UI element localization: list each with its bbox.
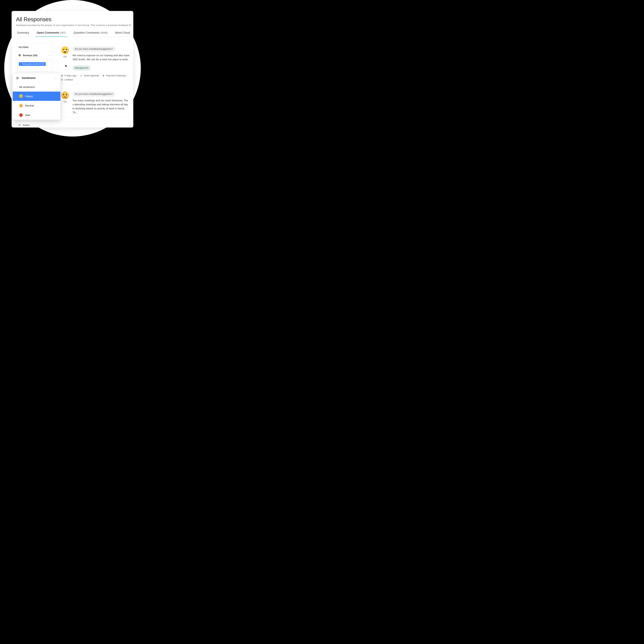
svg-point-8 bbox=[19, 125, 19, 125]
sentiment-option-label: Happy bbox=[25, 95, 33, 98]
tabs-bar: Summary Open Comments (401) Question Com… bbox=[12, 27, 133, 37]
comment-card: 0.0 Do you have a feedback/suggestion? T… bbox=[57, 88, 133, 117]
survey-chip[interactable]: × Tech pulse survey Q1'22 bbox=[19, 62, 46, 66]
filter-label: Surveys (16) bbox=[23, 54, 49, 57]
chevron-down-icon bbox=[55, 77, 57, 79]
svg-rect-1 bbox=[19, 55, 20, 55]
comment-meta: 5 days ago • Vivek Agarwal • Payment Gat… bbox=[61, 74, 130, 81]
sentiment-dropdown: Sentiment All sentiment Happy Neutral Sa… bbox=[13, 73, 61, 120]
happy-emoji-icon bbox=[19, 94, 23, 98]
meta-time: 5 days ago bbox=[65, 74, 77, 77]
sentiment-dropdown-title: Sentiment bbox=[22, 76, 55, 80]
svg-point-11 bbox=[81, 75, 82, 76]
tab-summary[interactable]: Summary bbox=[16, 31, 30, 37]
comment-sentiment: 0.0 bbox=[61, 91, 69, 115]
svg-point-9 bbox=[19, 126, 19, 126]
meta-extra: Untitled bbox=[65, 78, 73, 81]
list-icon bbox=[18, 124, 21, 126]
globe-icon bbox=[61, 79, 63, 81]
svg-rect-2 bbox=[19, 55, 20, 55]
sentiment-score: 0.0 bbox=[63, 100, 67, 103]
sentiment-dropdown-header[interactable]: Sentiment bbox=[13, 74, 60, 83]
person-icon bbox=[80, 74, 82, 77]
svg-point-7 bbox=[19, 124, 19, 125]
svg-rect-12 bbox=[103, 75, 104, 77]
filter-surveys[interactable]: Surveys (16) bbox=[16, 52, 53, 59]
filter-label: Action bbox=[23, 124, 49, 127]
comment-card: 0.8 Do you have a feedback/suggestion? W… bbox=[57, 43, 133, 84]
comments-column: 0.8 Do you have a feedback/suggestion? W… bbox=[57, 43, 133, 128]
happy-emoji-icon bbox=[61, 46, 69, 54]
tab-label: Word Cloud bbox=[115, 31, 130, 34]
sentiment-option-all[interactable]: All sentiment bbox=[13, 83, 60, 92]
sentiment-option-neutral[interactable]: Neutral bbox=[13, 101, 60, 110]
tab-open-comments[interactable]: Open Comments (401) bbox=[36, 31, 67, 37]
page-title: All Responses bbox=[12, 16, 133, 23]
comment-text: We need to improve on our training and a… bbox=[73, 53, 130, 61]
tab-label: Open Comments bbox=[37, 31, 59, 34]
survey-icon bbox=[18, 54, 21, 57]
meta-org: Payment Gateway bbox=[106, 74, 126, 77]
svg-point-23 bbox=[17, 78, 17, 78]
svg-rect-14 bbox=[104, 75, 104, 75]
sentiment-option-sad[interactable]: Sad bbox=[13, 110, 60, 120]
survey-chip-area[interactable]: × Tech pulse survey Q1'22 bbox=[17, 61, 52, 72]
tab-count: (401) bbox=[60, 31, 66, 34]
sentiment-option-happy[interactable]: Happy bbox=[13, 92, 60, 101]
comment-question: Do you have a feedback/suggestion? bbox=[73, 46, 115, 52]
comment-text: Too many meetings and too much hierarchy… bbox=[73, 99, 130, 115]
tab-question-comments[interactable]: Question Comments (4948) bbox=[73, 31, 109, 37]
comment-sentiment: 0.8 bbox=[61, 46, 69, 71]
tab-count: (4948) bbox=[100, 31, 108, 34]
svg-rect-13 bbox=[103, 75, 103, 75]
sentiment-option-label: All sentiment bbox=[19, 86, 35, 89]
building-icon bbox=[102, 74, 105, 77]
sentiment-score: 0.8 bbox=[63, 55, 67, 58]
tab-label: Question Comments bbox=[74, 31, 99, 34]
svg-point-24 bbox=[18, 78, 18, 78]
page-subtitle: Feedback provided by the people of your … bbox=[12, 23, 133, 27]
sentiment-option-label: Sad bbox=[25, 113, 30, 117]
smile-outline-icon bbox=[16, 77, 19, 79]
svg-rect-16 bbox=[104, 75, 104, 76]
meta-person: Vivek Agarwal bbox=[84, 74, 99, 77]
chevron-right-icon bbox=[49, 124, 51, 126]
sentiment-option-label: Neutral bbox=[25, 104, 34, 107]
sad-emoji-icon bbox=[61, 91, 69, 99]
tab-word-cloud[interactable]: Word Cloud bbox=[114, 31, 131, 37]
svg-point-22 bbox=[16, 77, 19, 79]
filters-title: FILTERS bbox=[16, 43, 53, 52]
angry-emoji-icon bbox=[19, 113, 23, 117]
filter-action[interactable]: Action bbox=[16, 121, 53, 128]
neutral-emoji-icon bbox=[19, 104, 23, 107]
chip-label: Tech pulse survey Q1'22 bbox=[22, 63, 44, 65]
tab-label: Summary bbox=[17, 31, 29, 34]
clock-icon bbox=[61, 74, 63, 77]
comment-question: Do you have a feedback/suggestion? bbox=[73, 91, 115, 97]
svg-rect-15 bbox=[103, 75, 103, 76]
chip-remove-icon[interactable]: × bbox=[20, 63, 21, 65]
chevron-down-icon bbox=[49, 54, 51, 56]
comment-tag[interactable]: Management bbox=[73, 65, 91, 71]
